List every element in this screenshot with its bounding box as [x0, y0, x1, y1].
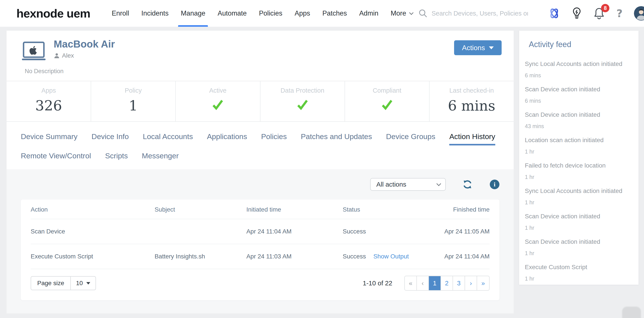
feed-item-time: 6 mins: [525, 72, 633, 78]
cell-finished-time: Apr 24 11:04 AM: [430, 244, 490, 269]
feed-item-time: 1 hr: [525, 148, 633, 155]
nav-item-more[interactable]: More: [385, 0, 418, 27]
feed-item[interactable]: Location scan action initiated 1 hr: [525, 137, 633, 155]
nav-item-incidents[interactable]: Incidents: [135, 0, 174, 27]
pager-page-2[interactable]: 2: [441, 276, 453, 290]
feed-item-time: 1 hr: [525, 199, 633, 206]
stat-apps: Apps 326: [6, 81, 91, 121]
feed-item-text: Location scan action initiated: [525, 137, 633, 144]
tab-local-accounts[interactable]: Local Accounts: [143, 132, 193, 146]
notifications-bell-icon[interactable]: 8: [593, 7, 605, 20]
feed-item-text: Scan Device action initiated: [525, 238, 633, 245]
show-output-link[interactable]: Show Output: [373, 253, 409, 260]
tab-applications[interactable]: Applications: [207, 132, 247, 146]
tab-remote-view-control[interactable]: Remote View/Control: [21, 152, 91, 163]
pager-last[interactable]: »: [477, 276, 489, 290]
pager-first[interactable]: «: [405, 276, 417, 290]
tab-patches-and-updates[interactable]: Patches and Updates: [301, 132, 372, 146]
tab-action-history[interactable]: Action History: [449, 132, 495, 146]
page-size-control[interactable]: Page size 10: [31, 276, 96, 290]
device-owner-name: Alex: [62, 52, 74, 59]
table-row: Execute Custom Script Battery Insights.s…: [31, 244, 490, 269]
device-header: MacBook Air Alex No Description Actions: [6, 31, 514, 81]
genie-icon[interactable]: [548, 7, 560, 20]
feed-item[interactable]: Execute Custom Script 1 hr: [525, 264, 633, 282]
device-owner: Alex: [54, 52, 115, 59]
stat-value: 326: [6, 98, 91, 114]
chevron-down-icon: [436, 181, 441, 186]
stat-label: Active: [176, 87, 260, 94]
feed-item[interactable]: Failed to fetch device location 1 hr: [525, 162, 633, 180]
whats-new-bulb-icon[interactable]: [572, 7, 582, 20]
device-detail-panel: MacBook Air Alex No Description Actions …: [6, 31, 514, 314]
feed-item-time: 1 hr: [525, 276, 633, 282]
stat-policy: Policy 1: [91, 81, 176, 121]
nav-item-automate[interactable]: Automate: [212, 0, 253, 27]
tab-device-info[interactable]: Device Info: [92, 132, 129, 146]
cell-action: Execute Custom Script: [31, 244, 155, 269]
nav-item-apps[interactable]: Apps: [288, 0, 316, 27]
caret-down-icon: [86, 282, 90, 284]
feed-item[interactable]: Scan Device action initiated 43 mins: [525, 111, 633, 130]
feed-item[interactable]: Scan Device action initiated 6 mins: [525, 86, 633, 104]
tab-device-groups[interactable]: Device Groups: [386, 132, 435, 146]
stat-label: Apps: [6, 87, 91, 94]
search-input[interactable]: [432, 10, 528, 17]
column-header-action: Action: [31, 200, 155, 219]
page-size-value[interactable]: 10: [71, 276, 96, 290]
action-history-panel: All actions i Acti: [6, 169, 514, 314]
feed-item-time: 1 hr: [525, 250, 633, 256]
feed-item[interactable]: Sync Local Accounts action initiated 6 m…: [525, 60, 633, 78]
stat-value: 6 mins: [430, 98, 514, 114]
hexnode-logo[interactable]: hexnode uem: [16, 6, 90, 20]
pager-page-3[interactable]: 3: [453, 276, 465, 290]
stat-data-protection: Data Protection: [260, 81, 345, 121]
column-header-status: Status: [343, 200, 430, 219]
top-navbar: hexnode uem Enroll Incidents Manage Auto…: [0, 0, 644, 27]
feed-item-text: Execute Custom Script: [525, 264, 633, 271]
nav-item-policies[interactable]: Policies: [253, 0, 288, 27]
chat-widget-peek[interactable]: [622, 306, 641, 318]
refresh-icon[interactable]: [462, 179, 473, 190]
green-check-icon: [260, 100, 344, 111]
help-icon[interactable]: ?: [616, 7, 622, 20]
tab-device-summary[interactable]: Device Summary: [21, 132, 78, 146]
tab-scripts[interactable]: Scripts: [105, 152, 128, 163]
nav-item-manage[interactable]: Manage: [174, 0, 212, 27]
feed-item-time: 6 mins: [525, 98, 633, 104]
cell-action: Scan Device: [31, 219, 155, 244]
device-name: MacBook Air: [54, 38, 115, 50]
stat-last-checked-in: Last checked-in 6 mins: [430, 81, 514, 121]
action-history-toolbar: All actions i: [21, 178, 500, 191]
tab-policies[interactable]: Policies: [261, 132, 287, 146]
nav-icon-group: 8 ?: [537, 6, 644, 20]
actions-button-label: Actions: [462, 44, 485, 52]
cell-status: Success: [343, 219, 430, 244]
actions-button[interactable]: Actions: [454, 40, 502, 55]
stat-label: Data Protection: [260, 87, 344, 94]
user-avatar[interactable]: [634, 6, 644, 20]
stat-label: Last checked-in: [430, 87, 514, 94]
nav-item-enroll[interactable]: Enroll: [106, 0, 135, 27]
feed-item[interactable]: Sync Local Accounts action initiated 1 h…: [525, 188, 633, 206]
column-header-initiated-time: Initiated time: [246, 200, 343, 219]
feed-item[interactable]: Scan Device action initiated 1 hr: [525, 213, 633, 231]
activity-feed-panel: Activity feed Sync Local Accounts action…: [519, 31, 638, 285]
feed-item[interactable]: Scan Device action initiated 1 hr: [525, 238, 633, 256]
pager-next[interactable]: ›: [465, 276, 477, 290]
notification-count-badge: 8: [601, 4, 610, 12]
feed-item-time: 1 hr: [525, 225, 633, 231]
nav-item-patches[interactable]: Patches: [316, 0, 353, 27]
page-body: MacBook Air Alex No Description Actions …: [0, 27, 644, 314]
pager-prev[interactable]: ‹: [417, 276, 429, 290]
global-search: [418, 9, 528, 18]
action-history-table-card: Action Subject Initiated time Status Fin…: [21, 200, 500, 300]
nav-item-admin[interactable]: Admin: [353, 0, 385, 27]
green-check-icon: [345, 100, 429, 111]
tab-messenger[interactable]: Messenger: [142, 152, 179, 163]
pager-page-1[interactable]: 1: [429, 276, 441, 290]
pagination-range: 1-10 of 22: [363, 280, 392, 287]
table-row: Scan Device Apr 24 11:04 AM Success Apr …: [31, 219, 490, 244]
info-icon[interactable]: i: [490, 180, 500, 189]
action-filter-select[interactable]: All actions: [370, 178, 446, 191]
